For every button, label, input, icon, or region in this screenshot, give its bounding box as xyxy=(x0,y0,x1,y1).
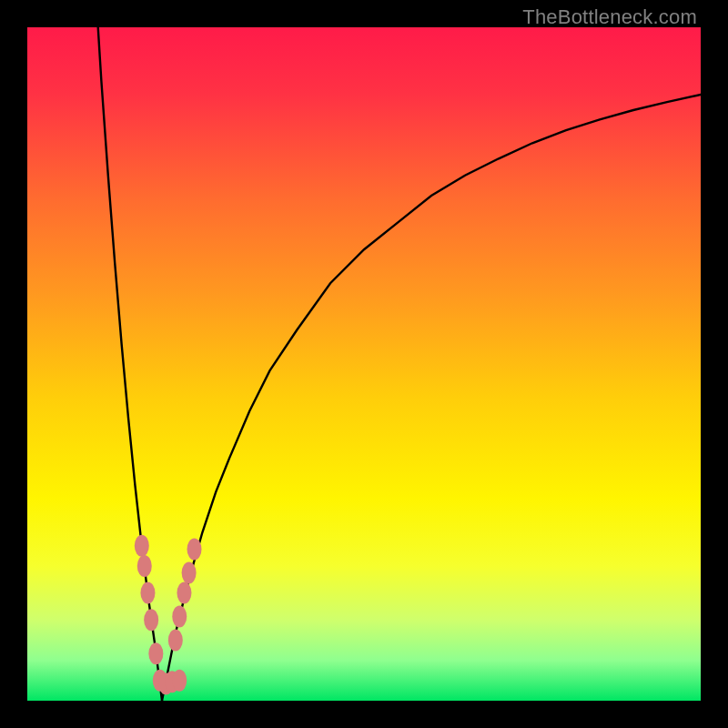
highlight-dot xyxy=(148,642,163,664)
highlight-dot xyxy=(168,629,183,651)
highlight-dot xyxy=(135,535,149,557)
curve-right-branch xyxy=(162,95,701,701)
highlight-dot xyxy=(172,606,187,628)
highlight-dot xyxy=(140,582,155,604)
plot-area xyxy=(27,27,701,701)
highlight-dot xyxy=(144,609,158,631)
highlight-dot xyxy=(177,582,191,604)
watermark-text: TheBottleneck.com xyxy=(522,5,697,29)
highlight-dot xyxy=(137,555,152,577)
highlight-dot xyxy=(187,539,202,561)
bottleneck-curve xyxy=(27,27,701,701)
highlight-dot xyxy=(172,670,187,692)
highlight-dot xyxy=(182,561,197,583)
chart-frame: TheBottleneck.com xyxy=(0,0,728,728)
